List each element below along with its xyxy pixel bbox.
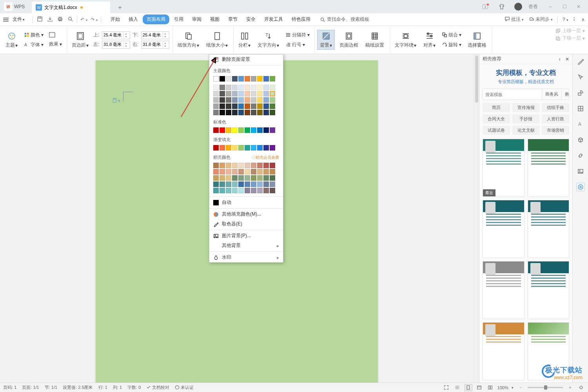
color-swatch[interactable]: [226, 85, 231, 90]
color-swatch[interactable]: [263, 188, 269, 193]
docer-tag[interactable]: 信纸手账: [542, 103, 569, 112]
rail-text-icon[interactable]: A: [576, 120, 585, 129]
tab-devtools[interactable]: 开发工具: [260, 15, 287, 24]
color-swatch[interactable]: [257, 175, 263, 181]
color-swatch[interactable]: [213, 181, 219, 187]
docer-tag[interactable]: 论文文献: [512, 126, 540, 135]
color-swatch[interactable]: [245, 103, 250, 109]
color-swatch[interactable]: [238, 145, 244, 151]
color-swatch[interactable]: [257, 85, 263, 90]
theme-button[interactable]: 主题▾: [3, 30, 20, 49]
text-wrap-button[interactable]: 文字环绕▾: [392, 30, 419, 49]
command-search[interactable]: 查找命令、搜索模板: [320, 16, 369, 23]
hamburger-icon[interactable]: [3, 18, 9, 22]
color-swatch[interactable]: [238, 188, 244, 193]
color-swatch[interactable]: [232, 91, 238, 96]
status-section[interactable]: 节: 1/1: [45, 385, 57, 390]
sync-button[interactable]: 未同步 ▾: [528, 16, 553, 23]
color-swatch[interactable]: [226, 188, 231, 193]
tab-special[interactable]: 特色应用: [288, 15, 314, 24]
status-words[interactable]: 字数: 0: [127, 385, 141, 390]
color-swatch[interactable]: [263, 76, 269, 82]
template-thumb[interactable]: [483, 200, 524, 258]
color-swatch[interactable]: [270, 175, 275, 181]
color-swatch[interactable]: [226, 127, 231, 133]
tab-review[interactable]: 审阅: [188, 15, 205, 24]
color-swatch[interactable]: [220, 76, 225, 82]
color-swatch[interactable]: [226, 145, 231, 151]
help-button[interactable]: ? ▾: [563, 17, 568, 22]
color-swatch[interactable]: [238, 76, 244, 82]
fit-icon[interactable]: [577, 384, 585, 391]
eyedropper-item[interactable]: 取色器(E): [209, 219, 283, 229]
color-swatch[interactable]: [251, 175, 256, 181]
gradient-row[interactable]: [209, 144, 283, 153]
color-swatch[interactable]: [238, 169, 244, 174]
color-swatch[interactable]: [257, 110, 263, 115]
color-swatch[interactable]: [232, 76, 238, 82]
color-swatch[interactable]: [270, 181, 275, 187]
color-swatch[interactable]: [245, 76, 250, 82]
page-borders-button[interactable]: 页面边框: [337, 30, 361, 49]
color-swatch[interactable]: [263, 175, 269, 181]
panel-close-icon[interactable]: ✕: [565, 56, 569, 62]
color-swatch[interactable]: [238, 127, 244, 133]
color-swatch[interactable]: [257, 181, 263, 187]
color-swatch[interactable]: [220, 175, 225, 181]
document-canvas[interactable]: ▾ 删除页面背景 主题颜色 标准色 渐变填充 稻壳颜色◇稻壳会员免费 自动 其他…: [0, 54, 474, 383]
color-swatch[interactable]: [220, 145, 225, 151]
columns-button[interactable]: 分栏▾: [236, 30, 253, 49]
color-swatch[interactable]: [238, 103, 244, 109]
rail-image-icon[interactable]: [576, 167, 585, 176]
color-swatch[interactable]: [270, 163, 275, 168]
color-swatch[interactable]: [251, 169, 256, 174]
template-thumb[interactable]: [528, 200, 570, 258]
other-fill-color-item[interactable]: 其他填充颜色(M)...: [209, 209, 283, 219]
color-swatch[interactable]: [232, 163, 238, 168]
docer-tab-education[interactable]: 教育教学: [561, 89, 569, 100]
theme-font-button[interactable]: A字体▾: [22, 41, 45, 49]
template-thumb[interactable]: [528, 139, 570, 197]
docer-search-input[interactable]: [483, 89, 542, 100]
color-swatch[interactable]: [213, 145, 219, 151]
color-swatch[interactable]: [232, 169, 238, 174]
background-button[interactable]: 背景▾: [317, 30, 335, 50]
color-swatch[interactable]: [257, 188, 263, 193]
zoom-out-icon[interactable]: －: [517, 384, 524, 391]
color-swatch[interactable]: [251, 110, 256, 115]
file-menu[interactable]: 文件 ▾: [10, 16, 27, 23]
color-swatch[interactable]: [238, 110, 244, 115]
color-swatch[interactable]: [251, 145, 256, 151]
color-swatch[interactable]: [232, 145, 238, 151]
status-proofing[interactable]: 文档校对: [146, 385, 169, 390]
color-swatch[interactable]: [232, 188, 238, 193]
preview-icon[interactable]: [67, 16, 74, 23]
color-swatch[interactable]: [232, 127, 238, 133]
color-swatch[interactable]: [238, 97, 244, 103]
view-outline-icon[interactable]: [454, 384, 461, 391]
color-swatch[interactable]: [220, 181, 225, 187]
auto-color-item[interactable]: 自动: [209, 198, 283, 207]
color-swatch[interactable]: [245, 110, 250, 115]
color-swatch[interactable]: [245, 91, 250, 96]
color-swatch[interactable]: [270, 97, 275, 103]
color-swatch[interactable]: [251, 127, 256, 133]
orientation-button[interactable]: 纸张方向▾: [175, 30, 201, 49]
status-page[interactable]: 页面: 1/1: [22, 385, 39, 390]
color-swatch[interactable]: [213, 169, 219, 174]
maximize-button[interactable]: ☐: [558, 2, 571, 12]
watermark-item[interactable]: 水印▸: [209, 252, 283, 262]
color-swatch[interactable]: [213, 85, 219, 90]
color-swatch[interactable]: [213, 97, 219, 103]
docer-tag[interactable]: 简历: [483, 103, 510, 112]
margin-left-input[interactable]: ▲▼: [102, 41, 130, 49]
color-swatch[interactable]: [263, 163, 269, 168]
align-button[interactable]: 对齐▾: [421, 30, 438, 49]
theme-color-button[interactable]: 颜色▾: [22, 31, 45, 39]
collapse-ribbon-icon[interactable]: ∧: [581, 17, 585, 22]
tab-view[interactable]: 视图: [206, 15, 223, 24]
color-swatch[interactable]: [238, 91, 244, 96]
color-swatch[interactable]: [226, 163, 231, 168]
rail-grid-icon[interactable]: [576, 104, 585, 113]
text-direction-button[interactable]: T文字方向▾: [255, 30, 281, 49]
